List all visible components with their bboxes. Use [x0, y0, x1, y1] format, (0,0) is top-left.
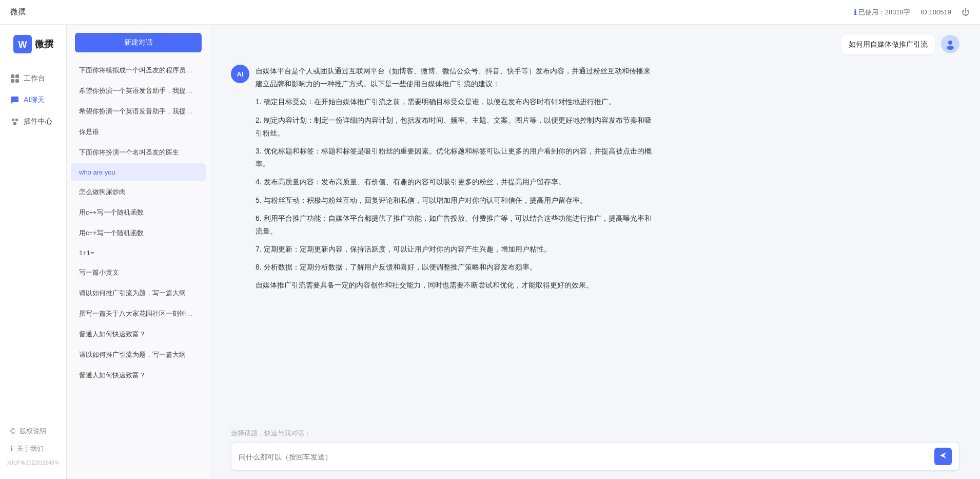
history-item[interactable]: 怎么做狗屎炒肉: [71, 182, 206, 202]
message-input[interactable]: [239, 453, 929, 465]
svg-point-10: [947, 46, 954, 50]
topbar-usage: ℹ 已使用：28318字: [854, 8, 910, 17]
topbar-title: 微撰: [10, 7, 26, 17]
ai-paragraph: 6. 利用平台推广功能：自媒体平台都提供了推广功能，如广告投放、付费推广等，可以…: [256, 212, 656, 238]
svg-text:W: W: [18, 40, 27, 50]
user-message-text: 如何用自媒体做推广引流: [841, 35, 935, 54]
sidebar-item-workbench[interactable]: 工作台: [0, 69, 66, 88]
logo-text: 微撰: [35, 38, 53, 50]
history-item[interactable]: 下面你将模拟成一个叫圣友的程序员，我说...: [71, 61, 206, 80]
ai-paragraph: 2. 制定内容计划：制定一份详细的内容计划，包括发布时间、频率、主题、文案、图片…: [256, 114, 656, 140]
ai-chat-icon: [10, 95, 19, 105]
messages-area: 如何用自媒体做推广引流 AI 自媒体平台是个人或团队通过互联网平台（如博客、微博…: [210, 25, 980, 423]
history-item[interactable]: 请以如何推广引流为题，写一篇大纲: [71, 345, 206, 365]
power-button[interactable]: ⏻: [962, 8, 970, 17]
copyright-icon: ©: [10, 427, 15, 435]
left-sidebar: W 微撰 工作台 AI聊天: [0, 25, 67, 479]
main-layout: W 微撰 工作台 AI聊天: [0, 25, 980, 479]
chat-main: 如何用自媒体做推广引流 AI 自媒体平台是个人或团队通过互联网平台（如博客、微博…: [210, 25, 980, 479]
history-item[interactable]: 1+1=: [71, 244, 206, 262]
user-message-bubble: 如何用自媒体做推广引流: [841, 35, 935, 54]
history-item[interactable]: 你是谁: [71, 122, 206, 142]
ai-paragraph: 8. 分析数据：定期分析数据，了解用户反馈和喜好，以便调整推广策略和内容发布频率…: [256, 261, 656, 274]
nav-copyright[interactable]: © 版权说明: [0, 423, 66, 440]
plugin-icon: [10, 117, 19, 126]
new-chat-button[interactable]: 新建对话: [75, 33, 202, 52]
ai-paragraph: 5. 与粉丝互动：积极与粉丝互动，回复评论和私信，可以增加用户对你的认可和信任，…: [256, 194, 656, 207]
nav-about[interactable]: ℹ 关于我们: [0, 440, 66, 457]
workbench-label: 工作台: [24, 74, 45, 83]
ai-message-row: AI 自媒体平台是个人或团队通过互联网平台（如博客、微博、微信公众号、抖音、快手…: [231, 65, 959, 297]
history-item[interactable]: 用c++写一个随机函数: [71, 223, 206, 243]
ai-paragraph: 自媒体平台是个人或团队通过互联网平台（如博客、微博、微信公众号、抖音、快手等）发…: [256, 65, 656, 90]
usage-text: 已使用：28318字: [858, 8, 910, 17]
history-item[interactable]: 请以如何推广引流为题，写一篇大纲: [71, 283, 206, 303]
svg-point-9: [948, 41, 952, 45]
svg-rect-6: [12, 119, 14, 121]
user-avatar: [941, 35, 959, 53]
history-item[interactable]: 用c++写一个随机函数: [71, 203, 206, 222]
ai-message-text: 自媒体平台是个人或团队通过互联网平台（如博客、微博、微信公众号、抖音、快手等）发…: [256, 65, 656, 292]
logo-icon: W: [13, 35, 32, 53]
ai-paragraph: 1. 确定目标受众：在开始自媒体推广引流之前，需要明确目标受众是谁，以便在发布内…: [256, 95, 656, 108]
input-box-wrapper: [231, 442, 959, 471]
history-item[interactable]: 普通人如何快速致富？: [71, 324, 206, 344]
ai-paragraph: 3. 优化标题和标签：标题和标签是吸引粉丝的重要因素。优化标题和标签可以让更多的…: [256, 145, 656, 170]
history-item[interactable]: 下面你将扮演一个名叫圣友的医生: [71, 143, 206, 162]
chat-history-panel: 新建对话 下面你将模拟成一个叫圣友的程序员，我说...希望你扮演一个英语发音助手…: [67, 25, 210, 479]
topbar: 微撰 ℹ 已使用：28318字 ID:100519 ⏻: [0, 0, 980, 25]
ai-paragraph: 7. 定期更新：定期更新内容，保持活跃度，可以让用户对你的内容产生兴趣，增加用户…: [256, 243, 656, 256]
icp-text: 京ICP备2022015948号: [0, 457, 66, 469]
svg-rect-2: [11, 74, 14, 78]
svg-rect-5: [15, 79, 19, 83]
history-item[interactable]: who are you: [71, 163, 206, 181]
history-item[interactable]: 希望你扮演一个英语发音助手，我提供给你...: [71, 102, 206, 121]
plugin-label: 插件中心: [24, 117, 52, 126]
about-icon: ℹ: [10, 445, 13, 453]
svg-rect-7: [15, 119, 18, 121]
history-item[interactable]: 希望你扮演一个英语发音助手，我提供给你...: [71, 81, 206, 101]
ai-paragraph: 4. 发布高质量内容：发布高质量、有价值、有趣的内容可以吸引更多的粉丝，并提高用…: [256, 176, 656, 188]
topbar-right: ℹ 已使用：28318字 ID:100519 ⏻: [854, 8, 970, 17]
history-item[interactable]: 写一篇小黄文: [71, 263, 206, 282]
sidebar-item-ai-chat[interactable]: AI聊天: [0, 90, 66, 110]
quick-topics-label: 选择话题，快速与我对话：: [231, 429, 959, 438]
user-message-row: 如何用自媒体做推广引流: [231, 35, 959, 54]
copyright-label: 版权说明: [19, 427, 46, 436]
sidebar-item-plugin[interactable]: 插件中心: [0, 112, 66, 131]
svg-rect-8: [13, 122, 16, 125]
nav-bottom: © 版权说明 ℹ 关于我们 京ICP备2022015948号: [0, 423, 66, 469]
svg-rect-4: [11, 79, 14, 83]
ai-chat-label: AI聊天: [24, 95, 45, 105]
history-list: 下面你将模拟成一个叫圣友的程序员，我说...希望你扮演一个英语发音助手，我提供给…: [67, 58, 210, 479]
svg-rect-3: [15, 74, 19, 78]
history-item[interactable]: 普通人如何快速致富？: [71, 366, 206, 385]
workbench-icon: [10, 74, 19, 83]
input-area: 选择话题，快速与我对话：: [210, 423, 980, 479]
history-item[interactable]: 撰写一篇关于八大家花园社区一刻钟便民生...: [71, 304, 206, 323]
send-button[interactable]: [934, 448, 952, 465]
topbar-id: ID:100519: [920, 8, 951, 16]
ai-message-bubble: 自媒体平台是个人或团队通过互联网平台（如博客、微博、微信公众号、抖音、快手等）发…: [256, 65, 656, 297]
about-label: 关于我们: [17, 444, 44, 453]
ai-paragraph: 自媒体推广引流需要具备一定的内容创作和社交能力，同时也需要不断尝试和优化，才能取…: [256, 279, 656, 292]
logo-area: W 微撰: [13, 35, 53, 53]
usage-icon: ℹ: [854, 8, 856, 16]
ai-avatar: AI: [231, 65, 249, 83]
send-icon: [939, 451, 947, 462]
